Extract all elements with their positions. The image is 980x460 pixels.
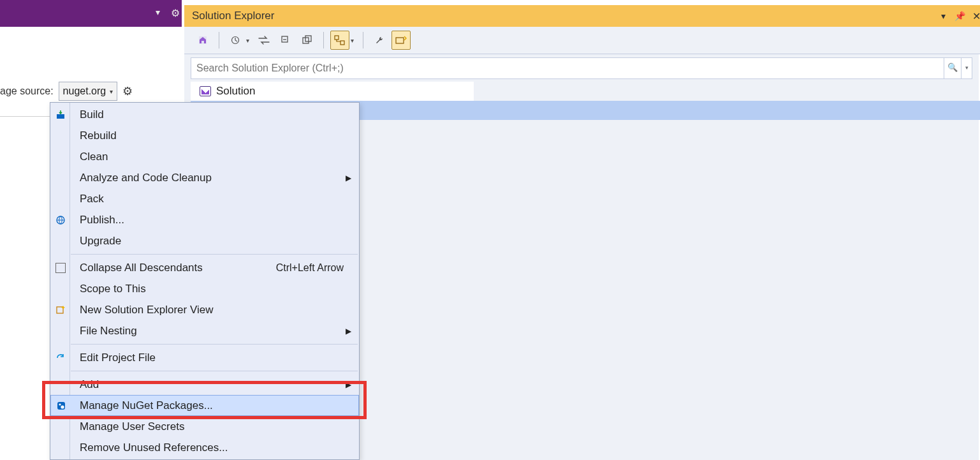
menu-new-se-view[interactable]: New Solution Explorer View: [50, 299, 359, 320]
menu-manage-user-secrets[interactable]: Manage User Secrets: [50, 416, 359, 437]
preview-selected-items-icon[interactable]: [391, 31, 411, 50]
submenu-arrow-icon: ▶: [346, 380, 351, 389]
pending-changes-filter-icon[interactable]: [330, 31, 349, 50]
package-source-label: age source:: [0, 85, 54, 97]
svg-rect-5: [340, 41, 344, 45]
shortcut-label: Ctrl+Left Arrow: [276, 262, 344, 274]
show-all-files-icon[interactable]: [298, 31, 317, 50]
window-options-arrow-icon[interactable]: ▾: [156, 7, 160, 17]
menu-scope-to-this[interactable]: Scope to This: [50, 278, 359, 299]
history-back-icon[interactable]: [226, 31, 245, 50]
svg-rect-7: [57, 114, 64, 119]
svg-point-11: [59, 403, 61, 405]
menu-separator: [71, 371, 358, 371]
menu-separator: [71, 344, 358, 345]
menu-rebuild[interactable]: Rebuild: [50, 125, 359, 146]
globe-icon: [54, 214, 67, 226]
svg-rect-4: [335, 36, 339, 40]
menu-remove-unused-refs[interactable]: Remove Unused References...: [50, 437, 359, 458]
panel-divider: [0, 116, 50, 117]
submenu-arrow-icon: ▶: [346, 327, 351, 336]
solution-explorer-toolbar: ▾ ▾: [184, 27, 980, 54]
solution-explorer-title: Solution Explorer: [192, 10, 274, 22]
menu-separator: [71, 254, 358, 255]
settings-gear-icon[interactable]: ⚙: [171, 7, 180, 19]
solution-label: Solution: [216, 85, 255, 98]
package-source-value: nuget.org: [63, 85, 106, 97]
filter-dropdown-caret-icon[interactable]: ▾: [351, 37, 354, 44]
collapse-all-icon[interactable]: [276, 31, 295, 50]
menu-file-nesting[interactable]: File Nesting ▶: [50, 320, 359, 341]
menu-manage-nuget[interactable]: Manage NuGet Packages...: [50, 395, 359, 416]
svg-rect-6: [396, 38, 404, 43]
search-options-caret-icon[interactable]: ▾: [961, 58, 972, 78]
svg-point-12: [61, 405, 64, 408]
package-source-select[interactable]: nuget.org ▾: [59, 82, 118, 101]
app-titlebar-fragment: ▾ ⚙: [0, 0, 182, 27]
collapse-box-icon: [55, 263, 66, 273]
sync-icon[interactable]: [254, 31, 274, 50]
menu-collapse-descendants[interactable]: Collapse All Descendants Ctrl+Left Arrow: [50, 257, 359, 278]
properties-wrench-icon[interactable]: [370, 31, 389, 50]
solution-explorer-tab[interactable]: Solution Explorer ▾ 📌 ✕: [184, 5, 980, 27]
submenu-arrow-icon: ▶: [346, 174, 351, 182]
dropdown-caret-icon: ▾: [110, 88, 113, 95]
solution-explorer-search[interactable]: 🔍 ▾: [191, 57, 972, 79]
project-context-menu: Build Rebuild Clean Analyze and Code Cle…: [50, 102, 360, 460]
menu-clean[interactable]: Clean: [50, 146, 359, 167]
menu-analyze-cleanup[interactable]: Analyze and Code Cleanup ▶: [50, 167, 359, 188]
home-icon[interactable]: [193, 31, 212, 50]
search-input[interactable]: [191, 63, 944, 74]
solution-node[interactable]: Solution: [191, 82, 474, 101]
solution-icon: [200, 86, 211, 96]
history-dropdown-caret-icon[interactable]: ▾: [246, 37, 249, 44]
menu-add[interactable]: Add ▶: [50, 374, 359, 395]
edit-arrow-icon: [54, 352, 67, 364]
build-icon: [54, 108, 67, 121]
menu-publish[interactable]: Publish...: [50, 209, 359, 230]
new-view-icon: [54, 304, 67, 316]
search-icon[interactable]: 🔍: [944, 58, 961, 78]
window-position-dropdown-icon[interactable]: ▾: [937, 10, 949, 22]
nuget-package-icon: [55, 399, 68, 412]
menu-build[interactable]: Build: [50, 104, 359, 125]
svg-rect-10: [57, 402, 65, 410]
menu-edit-project-file[interactable]: Edit Project File: [50, 347, 359, 368]
pin-icon[interactable]: 📌: [953, 10, 966, 22]
close-icon[interactable]: ✕: [970, 10, 980, 22]
menu-pack[interactable]: Pack: [50, 188, 359, 209]
package-source-settings-gear-icon[interactable]: ⚙: [122, 84, 133, 98]
menu-upgrade[interactable]: Upgrade: [50, 230, 359, 251]
